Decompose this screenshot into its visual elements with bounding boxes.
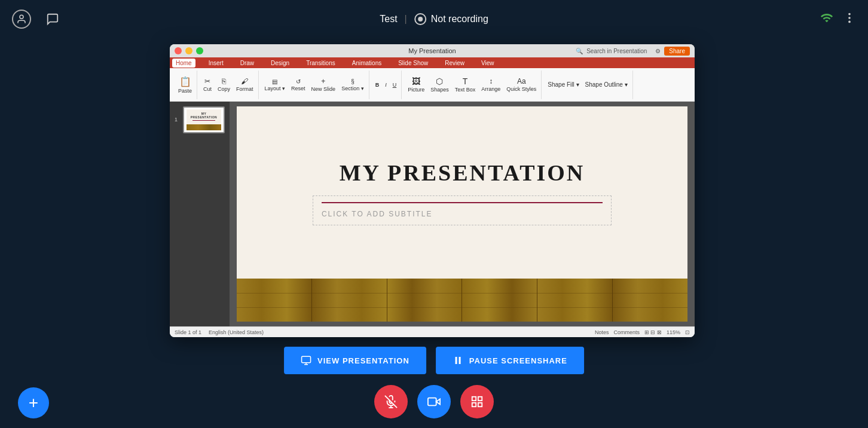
recording-indicator: Not recording [414, 13, 488, 25]
chat-icon[interactable] [43, 10, 62, 29]
quick-styles-button[interactable]: AaQuick Styles [504, 76, 539, 93]
more-options-icon[interactable] [843, 11, 856, 27]
close-button[interactable] [175, 47, 182, 54]
slide-background: MY PRESENTATION CLICK TO ADD SUBTITLE [230, 102, 695, 326]
textbox-button[interactable]: TText Box [453, 75, 478, 94]
title-divider: | [405, 14, 407, 25]
status-comments[interactable]: Comments [613, 329, 640, 335]
maximize-button[interactable] [196, 47, 203, 54]
top-bar-center: Test | Not recording [380, 13, 488, 25]
recording-status: Not recording [431, 14, 488, 25]
slide-thumb-content: MY PRESENTATION [184, 108, 224, 132]
svg-rect-17 [472, 403, 476, 406]
tab-slideshow[interactable]: Slide Show [395, 59, 432, 68]
bold-button[interactable]: B [373, 81, 382, 89]
tab-draw[interactable]: Draw [237, 59, 258, 68]
fit-slide-icon[interactable]: ⊡ [685, 329, 690, 335]
status-language: English (United States) [209, 329, 264, 335]
ppt-window-title: My Presentation [408, 47, 456, 54]
svg-rect-14 [472, 397, 476, 401]
slide-upper-content: MY PRESENTATION CLICK TO ADD SUBTITLE [237, 106, 688, 279]
share-button[interactable]: Share [664, 47, 690, 56]
status-right: Notes Comments ⊞ ⊟ ⊠ 115% ⊡ [595, 329, 690, 335]
layout-button[interactable]: ▤Layout ▾ [262, 77, 288, 93]
svg-marker-12 [436, 399, 440, 404]
slide-thumbnail-container: 1 MY PRESENTATION [183, 106, 225, 133]
toolbar-group-clipboard: ✂Cut ⎘Copy 🖌Format [198, 71, 259, 99]
toolbar-group-slides: ▤Layout ▾ ↺Reset +New Slide §Section ▾ [260, 71, 369, 99]
slide-subtitle-container[interactable]: CLICK TO ADD SUBTITLE [313, 195, 612, 225]
minimize-button[interactable] [185, 47, 192, 54]
status-slide-count: Slide 1 of 1 [175, 329, 201, 335]
end-call-button[interactable] [460, 385, 494, 418]
ppt-titlebar: My Presentation 🔍 Search in Presentation… [170, 44, 695, 57]
cut-button[interactable]: ✂Cut [201, 76, 214, 93]
svg-rect-15 [478, 397, 482, 401]
svg-rect-13 [428, 398, 436, 406]
mute-button[interactable] [374, 385, 408, 418]
top-bar: Test | Not recording [0, 0, 868, 38]
underline-button[interactable]: U [390, 81, 399, 89]
svg-point-3 [848, 21, 851, 23]
italic-button[interactable]: I [383, 81, 389, 89]
wood-planks [237, 279, 688, 322]
add-button[interactable]: + [18, 387, 49, 418]
top-bar-right [820, 11, 856, 27]
main-slide-area[interactable]: MY PRESENTATION CLICK TO ADD SUBTITLE [230, 102, 695, 326]
meeting-title: Test [380, 14, 397, 25]
svg-rect-8 [459, 357, 460, 364]
slide-canvas: MY PRESENTATION CLICK TO ADD SUBTITLE [237, 106, 688, 322]
picture-button[interactable]: 🖼Picture [405, 75, 427, 94]
tab-home[interactable]: Home [172, 59, 195, 68]
shapes-button[interactable]: ⬡Shapes [428, 75, 451, 94]
wood-line-1 [237, 293, 688, 294]
tab-animations[interactable]: Animations [349, 59, 385, 68]
record-inner-icon [418, 17, 423, 22]
status-notes[interactable]: Notes [595, 329, 609, 335]
paste-button[interactable]: 📋 Paste [176, 75, 194, 95]
ppt-content: 1 MY PRESENTATION [170, 102, 695, 326]
format-painter-button[interactable]: 🖌Format [234, 76, 256, 93]
slide-number: 1 [175, 117, 178, 123]
toolbar-group-paste: 📋 Paste [173, 71, 197, 99]
copy-button[interactable]: ⎘Copy [215, 76, 233, 93]
shape-fill-button[interactable]: Shape Fill ▾ [545, 80, 581, 89]
section-button[interactable]: §Section ▾ [339, 77, 366, 93]
slide-thumb-inner: MY PRESENTATION [184, 108, 224, 132]
tab-insert[interactable]: Insert [205, 59, 227, 68]
toolbar-group-shape-styles: Shape Fill ▾ Shape Outline ▾ [543, 71, 632, 99]
ppt-search-placeholder[interactable]: Search in Presentation [586, 48, 647, 54]
ppt-statusbar: Slide 1 of 1 English (United States) Not… [170, 326, 695, 337]
ppt-window: My Presentation 🔍 Search in Presentation… [170, 44, 695, 337]
slide-thumb-bg: MY PRESENTATION [187, 109, 221, 124]
wood-plank-5 [537, 279, 613, 322]
shape-outline-button[interactable]: Shape Outline ▾ [583, 80, 630, 89]
view-presentation-button[interactable]: VIEW PRESENTATION [284, 347, 426, 374]
slide-subtitle: CLICK TO ADD SUBTITLE [322, 210, 433, 218]
reset-button[interactable]: ↺Reset [289, 77, 308, 93]
slide-thumbnail[interactable]: MY PRESENTATION [183, 106, 225, 133]
tab-design[interactable]: Design [267, 59, 293, 68]
video-button[interactable] [417, 385, 451, 418]
settings-icon[interactable]: ⚙ [655, 48, 661, 54]
ppt-toolbar: 📋 Paste ✂Cut ⎘Copy 🖌Format ▤Layout ▾ ↺Re… [170, 68, 695, 102]
pause-screenshare-label: PAUSE SCREENSHARE [469, 356, 567, 365]
wood-plank-4 [462, 279, 537, 322]
ppt-ribbon: Home Insert Draw Design Transitions Anim… [170, 57, 695, 68]
tab-transitions[interactable]: Transitions [302, 59, 339, 68]
arrange-button[interactable]: ↕Arrange [479, 76, 503, 93]
svg-point-2 [848, 17, 851, 19]
status-zoom: 115% [667, 329, 680, 335]
wood-plank-2 [312, 279, 387, 322]
slide-main-title: MY PRESENTATION [340, 160, 585, 186]
user-avatar[interactable] [12, 10, 31, 29]
tab-review[interactable]: Review [441, 59, 468, 68]
bottom-controls [374, 385, 494, 418]
tab-view[interactable]: View [478, 59, 498, 68]
new-slide-button[interactable]: +New Slide [309, 76, 338, 93]
pause-screenshare-button[interactable]: PAUSE SCREENSHARE [436, 347, 584, 374]
wood-line-2 [237, 307, 688, 308]
svg-rect-16 [478, 403, 482, 406]
svg-point-1 [848, 13, 851, 16]
slide-title-line [322, 202, 603, 203]
